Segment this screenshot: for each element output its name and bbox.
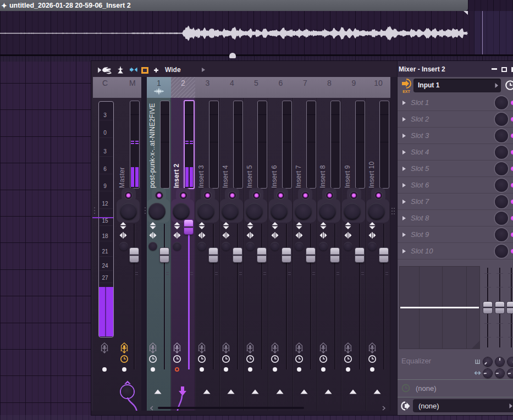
svg-text:EXT: EXT xyxy=(402,90,410,93)
